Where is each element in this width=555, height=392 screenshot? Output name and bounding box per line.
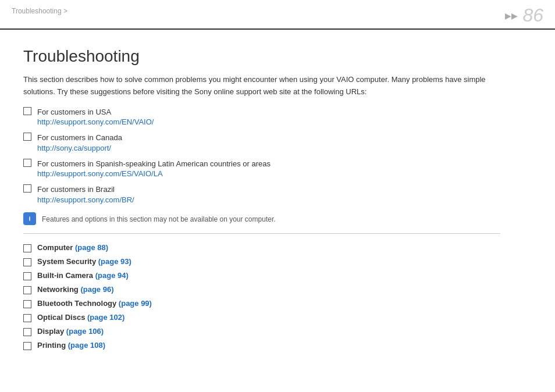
nav-list-item: Optical Discs (page 102) [23, 313, 500, 322]
nav-item-content: Display (page 106) [37, 327, 104, 336]
nav-list-item: Networking (page 96) [23, 285, 500, 294]
page-header: Troubleshooting > ▶▶ 86 [0, 0, 555, 30]
nav-bullet-checkbox [23, 258, 31, 266]
nav-bullet-checkbox [23, 272, 31, 280]
nav-list-item: Display (page 106) [23, 327, 500, 336]
link-content: For customers in Canada http://sony.ca/s… [37, 132, 122, 152]
support-link-item: For customers in USA http://esupport.son… [23, 106, 500, 127]
nav-bullet-checkbox [23, 300, 31, 308]
link-content: For customers in Spanish-speaking Latin … [37, 158, 271, 179]
nav-list-item: Bluetooth Technology (page 99) [23, 299, 500, 308]
nav-item-link[interactable]: (page 102) [87, 313, 124, 322]
bullet-checkbox [23, 107, 31, 115]
nav-item-link[interactable]: (page 99) [119, 299, 152, 308]
nav-item-content: Printing (page 108) [37, 341, 105, 350]
support-link-item: For customers in Canada http://sony.ca/s… [23, 132, 500, 152]
nav-list-item: Built-in Camera (page 94) [23, 271, 500, 280]
nav-list-item: System Security (page 93) [23, 257, 500, 266]
nav-item-content: Computer (page 88) [37, 243, 108, 252]
page-number: 86 [522, 5, 543, 26]
nav-item-label: Networking [37, 285, 80, 294]
nav-item-content: Optical Discs (page 102) [37, 313, 124, 322]
bullet-checkbox [23, 159, 31, 167]
nav-item-content: Built-in Camera (page 94) [37, 271, 129, 280]
divider [23, 233, 500, 234]
nav-item-link[interactable]: (page 106) [66, 327, 104, 336]
nav-item-label: Built-in Camera [37, 271, 95, 280]
note-icon [23, 212, 36, 225]
nav-item-link[interactable]: (page 93) [98, 257, 131, 266]
page-number-block: ▶▶ 86 [505, 5, 543, 26]
nav-item-label: System Security [37, 257, 98, 266]
nav-item-link[interactable]: (page 94) [95, 271, 129, 280]
support-link-item: For customers in Spanish-speaking Latin … [23, 158, 500, 179]
nav-bullet-checkbox [23, 286, 31, 294]
nav-item-link[interactable]: (page 88) [75, 243, 108, 252]
nav-item-content: Networking (page 96) [37, 285, 113, 294]
intro-paragraph: This section describes how to solve comm… [23, 74, 500, 98]
link-label: For customers in Canada [37, 132, 122, 144]
nav-item-link[interactable]: (page 96) [80, 285, 113, 294]
page-title: Troubleshooting [23, 47, 500, 66]
breadcrumb: Troubleshooting > [12, 5, 67, 15]
svg-point-1 [29, 216, 30, 218]
nav-item-label: Computer [37, 243, 75, 252]
nav-list-item: Printing (page 108) [23, 341, 500, 350]
support-url-link[interactable]: http://esupport.sony.com/EN/VAIO/ [37, 117, 154, 126]
bullet-checkbox [23, 133, 31, 141]
nav-list-item: Computer (page 88) [23, 243, 500, 252]
support-url-link[interactable]: http://sony.ca/support/ [37, 144, 122, 152]
nav-item-link[interactable]: (page 108) [68, 341, 105, 350]
link-label: For customers in Spanish-speaking Latin … [37, 158, 271, 170]
support-url-link[interactable]: http://esupport.sony.com/BR/ [37, 195, 134, 204]
support-url-link[interactable]: http://esupport.sony.com/ES/VAIO/LA [37, 169, 271, 178]
nav-bullet-checkbox [23, 314, 31, 322]
nav-item-label: Display [37, 327, 66, 336]
link-content: For customers in USA http://esupport.son… [37, 106, 154, 127]
nav-bullet-checkbox [23, 342, 31, 350]
nav-item-label: Optical Discs [37, 313, 87, 322]
bullet-checkbox [23, 184, 31, 193]
nav-item-content: Bluetooth Technology (page 99) [37, 299, 152, 308]
support-links-list: For customers in USA http://esupport.son… [23, 106, 500, 204]
note-block: Features and options in this section may… [23, 212, 500, 225]
nav-bullet-checkbox [23, 328, 31, 336]
nav-item-label: Bluetooth Technology [37, 299, 119, 308]
note-text: Features and options in this section may… [42, 212, 276, 224]
navigation-list: Computer (page 88) System Security (page… [23, 243, 500, 350]
link-label: For customers in Brazil [37, 184, 134, 195]
support-link-item: For customers in Brazil http://esupport.… [23, 184, 500, 204]
link-content: For customers in Brazil http://esupport.… [37, 184, 134, 204]
main-content: Troubleshooting This section describes h… [0, 30, 524, 372]
link-label: For customers in USA [37, 106, 154, 118]
nav-item-content: System Security (page 93) [37, 257, 131, 266]
double-arrow-icon: ▶▶ [505, 11, 518, 20]
nav-bullet-checkbox [23, 244, 31, 252]
nav-item-label: Printing [37, 341, 68, 350]
